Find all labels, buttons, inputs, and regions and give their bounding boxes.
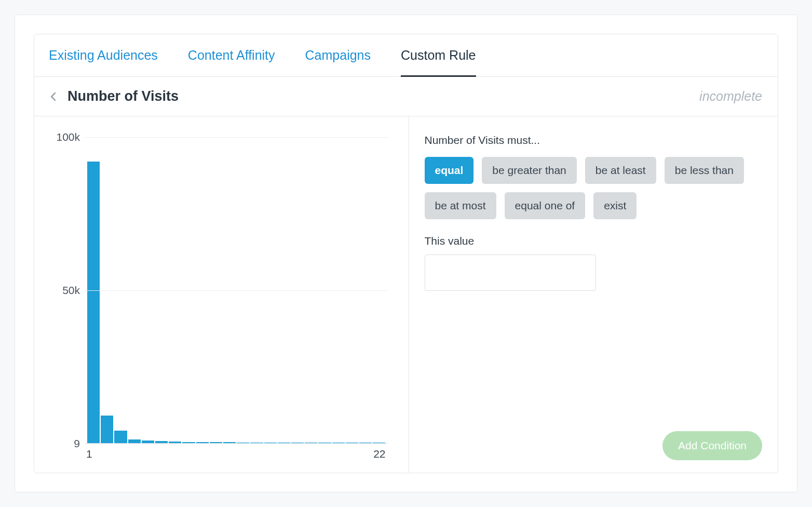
chevron-left-icon [50,92,56,101]
form-footer: Add Condition [425,431,763,460]
chart-bar [87,162,100,443]
chart-bar [210,442,222,443]
tab-campaigns[interactable]: Campaigns [305,34,371,77]
chart-bar [318,443,331,443]
chart-bar [278,443,290,443]
inner-card: Existing Audiences Content Affinity Camp… [34,34,778,473]
subheader-left: Number of Visits [46,88,179,104]
tab-custom-rule[interactable]: Custom Rule [401,34,476,77]
chart-bar [169,442,181,443]
chart-bar [142,441,154,443]
chart-bar [291,443,304,443]
operator-be-less-than[interactable]: be less than [665,157,744,184]
chart-bar [332,443,345,443]
operator-be-at-most[interactable]: be at most [425,192,496,219]
tab-existing-audiences[interactable]: Existing Audiences [49,34,158,77]
chart-bar [101,416,113,443]
chart-bar [155,441,168,443]
chart-bar [250,443,263,443]
chart-bar [114,431,127,443]
chart-bar [182,442,195,443]
y-axis: 100k50k9 [50,137,85,444]
value-input[interactable] [425,255,596,291]
chart-pane: 100k50k9 1 22 [34,116,409,473]
add-condition-button[interactable]: Add Condition [662,431,762,460]
content: 100k50k9 1 22 Number of Visits must... e… [34,116,778,473]
operator-equal[interactable]: equal [425,157,474,184]
chart-bar [223,442,236,443]
form-prompt: Number of Visits must... [425,134,763,146]
grid-line [85,290,388,291]
chart-bar [346,443,358,443]
y-tick: 9 [74,437,80,450]
chart-bar [237,443,249,443]
operator-equal-one-of[interactable]: equal one of [505,192,586,219]
page-title: Number of Visits [67,88,179,104]
x-tick-min: 1 [86,448,92,460]
chart-bar [264,443,277,443]
chart-bar [359,443,372,443]
grid-line [85,137,388,138]
operator-row: equalbe greater thanbe at leastbe less t… [425,157,763,219]
tab-content-affinity[interactable]: Content Affinity [188,34,275,77]
outer-card: Existing Audiences Content Affinity Camp… [15,15,797,492]
chart-bar [196,442,209,443]
operator-be-at-least[interactable]: be at least [585,157,656,184]
x-tick-max: 22 [373,448,385,460]
y-tick: 50k [62,284,80,297]
chart-area: 100k50k9 [50,137,388,444]
value-label: This value [425,235,763,247]
status-badge: incomplete [699,89,762,104]
operator-exist[interactable]: exist [593,192,637,219]
y-tick: 100k [56,131,80,143]
chart-bar [305,443,317,443]
subheader: Number of Visits incomplete [34,77,778,116]
chart-bar [128,439,141,443]
chart-bar [373,443,385,443]
operator-be-greater-than[interactable]: be greater than [482,157,576,184]
chart-plot [85,137,388,444]
form-pane: Number of Visits must... equalbe greater… [409,116,778,473]
x-axis: 1 22 [50,444,388,460]
back-button[interactable] [46,89,60,104]
tabs: Existing Audiences Content Affinity Camp… [34,34,778,77]
